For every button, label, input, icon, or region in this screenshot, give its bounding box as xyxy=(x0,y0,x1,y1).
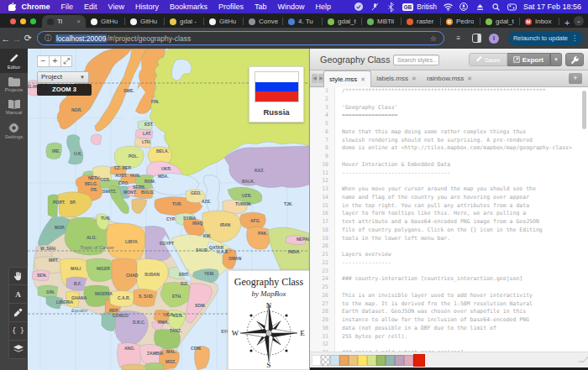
bluetooth-icon[interactable] xyxy=(386,3,396,12)
relaunch-to-update-button[interactable]: Relaunch to update⋮ xyxy=(508,32,583,45)
profile-avatar[interactable]: I xyxy=(489,34,499,44)
map-zoom-controls: − + ⤢ xyxy=(37,55,72,67)
hand-tool-button[interactable] xyxy=(8,267,28,285)
zoom-in-button[interactable]: + xyxy=(49,55,60,67)
code-editor[interactable]: 1/**************************************… xyxy=(310,87,588,352)
tab-close-icon[interactable]: × xyxy=(76,18,81,25)
input-source-badge[interactable]: GB xyxy=(402,3,414,11)
text-tool-button[interactable]: A xyxy=(8,285,28,304)
file-tab-style.mss[interactable]: style.mss✕ xyxy=(323,70,371,87)
code-line: 30data (not possible in a DBF due to the… xyxy=(310,325,588,333)
browser-tab[interactable]: gdal_t xyxy=(480,15,520,28)
palette-swatch[interactable] xyxy=(395,355,404,366)
menu-bookmarks[interactable]: Bookmarks xyxy=(164,3,213,11)
svg-text:TURKM.: TURKM. xyxy=(235,201,252,206)
add-stylesheet-button[interactable]: + xyxy=(569,73,582,84)
address-bar[interactable]: ⓘ localhost:20009/#/project/geography-cl… xyxy=(37,31,444,45)
save-button[interactable]: Save xyxy=(469,53,507,66)
mic-muted-icon[interactable] xyxy=(370,3,380,12)
sidebar-item-manual[interactable]: Manual xyxy=(0,96,28,118)
compass-rose: N S W E xyxy=(228,298,309,368)
code-line: 18file of country polygons. Click on the… xyxy=(310,227,588,235)
control-center-icon[interactable] xyxy=(507,3,517,12)
browser-tab[interactable]: GitHu xyxy=(204,15,244,28)
palette-swatch[interactable] xyxy=(330,355,339,366)
side-panel-icon[interactable] xyxy=(472,31,481,46)
palette-swatch[interactable] xyxy=(321,355,330,366)
sidebar-item-settings[interactable]: Settings xyxy=(0,118,28,143)
export-dropdown-arrow[interactable]: ▼ xyxy=(550,53,562,66)
browser-tab[interactable]: gdal_t xyxy=(323,15,362,28)
menu-file[interactable]: File xyxy=(55,3,79,11)
browser-tab[interactable]: 4. Tu xyxy=(283,15,323,28)
menu-view[interactable]: View xyxy=(102,3,129,11)
palette-swatch[interactable] xyxy=(413,354,425,367)
tabs-scroll-left[interactable]: ◀ xyxy=(312,74,318,83)
reload-button[interactable]: ⟳ xyxy=(23,33,34,44)
code-line: 17text attribute and a base64-encoded PN… xyxy=(310,218,588,227)
svg-text:LTH.: LTH. xyxy=(142,139,151,144)
status-check-icon[interactable] xyxy=(354,3,364,12)
browser-tab[interactable]: MBTil xyxy=(362,15,402,28)
browser-tab[interactable]: GitHu xyxy=(86,15,125,28)
browser-tab-active[interactable]: Ti× xyxy=(42,15,86,28)
window-controls[interactable] xyxy=(10,18,36,24)
close-tab-icon[interactable]: ✕ xyxy=(467,76,472,82)
menu-history[interactable]: History xyxy=(129,3,164,11)
window-zoom-button[interactable] xyxy=(30,18,36,24)
palette-swatch[interactable] xyxy=(312,355,321,366)
export-button[interactable]: Export xyxy=(507,53,550,66)
browser-tab[interactable]: raster xyxy=(402,15,441,28)
file-tab-labels.mss[interactable]: labels.mss✕ xyxy=(371,70,422,86)
browser-tab[interactable]: gdal - xyxy=(165,15,204,28)
code-braces-tool-button[interactable]: { } xyxy=(8,322,28,341)
palette-swatch[interactable] xyxy=(358,355,367,366)
settings-wrench-button[interactable] xyxy=(565,53,584,66)
user-status-icon[interactable] xyxy=(459,3,469,12)
browser-tab[interactable]: Conve xyxy=(244,15,283,28)
layers-tool-button[interactable] xyxy=(8,341,28,359)
search-styles-input[interactable]: Search styles... xyxy=(393,55,439,65)
forward-button[interactable]: → xyxy=(11,34,22,44)
code-line: 21Layers overview xyxy=(310,251,588,259)
file-tab-rainbow.mss[interactable]: rainbow.mss✕ xyxy=(422,70,477,86)
palette-swatch[interactable] xyxy=(367,355,376,366)
menu-help[interactable]: Help xyxy=(310,3,337,11)
palette-swatch[interactable] xyxy=(386,355,395,366)
palette-swatch[interactable] xyxy=(349,355,358,366)
menu-tab[interactable]: Tab xyxy=(249,3,272,11)
spotlight-icon[interactable] xyxy=(491,3,501,12)
sidebar-item-projects[interactable]: Projects xyxy=(0,73,28,96)
menu-bar-clock[interactable]: Sat 17 Feb 18:56 xyxy=(523,3,581,11)
menu-window[interactable]: Window xyxy=(272,3,310,11)
browser-tab[interactable]: BPedro xyxy=(441,15,480,28)
map-canvas[interactable]: Tropic of CancerEquator ICELANDNOR.SWE.F… xyxy=(28,49,309,370)
palette-swatch[interactable] xyxy=(404,355,413,366)
eject-icon[interactable] xyxy=(475,3,485,12)
eyedropper-tool-button[interactable] xyxy=(8,304,28,322)
sidebar-item-editor[interactable]: Editor xyxy=(0,49,28,73)
editor-scrollbar[interactable] xyxy=(582,91,586,129)
apple-icon[interactable] xyxy=(8,3,16,11)
palette-swatch[interactable] xyxy=(339,355,349,366)
site-info-icon[interactable]: ⓘ xyxy=(45,34,51,43)
browser-tab[interactable]: MInbox xyxy=(520,15,559,28)
reading-mode-icon[interactable]: ≡ xyxy=(453,34,465,42)
window-minimize-button[interactable] xyxy=(20,18,26,24)
browser-tab[interactable]: GitHu xyxy=(125,15,165,28)
palette-swatch[interactable] xyxy=(376,355,386,366)
bookmark-star-icon[interactable]: ☆ xyxy=(430,34,437,43)
zoom-out-button[interactable]: − xyxy=(37,55,49,67)
close-tab-icon[interactable]: ✕ xyxy=(360,76,365,83)
back-button[interactable]: ← xyxy=(0,34,11,44)
new-tab-button[interactable]: + xyxy=(559,18,575,28)
wifi-icon[interactable] xyxy=(444,3,453,12)
menu-profiles[interactable]: Profiles xyxy=(213,3,249,11)
close-tab-icon[interactable]: ✕ xyxy=(412,76,417,82)
window-close-button[interactable] xyxy=(10,18,16,24)
menu-chrome[interactable]: Chrome xyxy=(16,3,55,11)
menu-edit[interactable]: Edit xyxy=(79,3,103,11)
project-dropdown[interactable]: Project▼ xyxy=(37,71,89,83)
fullscreen-button[interactable]: ⤢ xyxy=(60,55,72,67)
tab-search-chevron[interactable]: ⌄ xyxy=(574,16,584,26)
